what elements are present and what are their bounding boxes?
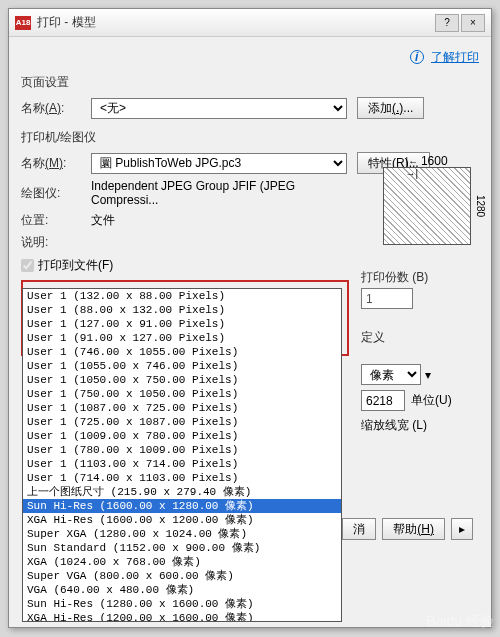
page-name-label: 名称(A):: [21, 100, 91, 117]
paper-size-option[interactable]: User 1 (750.00 x 1050.00 Pixels): [23, 387, 341, 401]
paper-size-option[interactable]: Sun Hi-Res (1600.00 x 1280.00 像素): [23, 499, 341, 513]
paper-size-option[interactable]: User 1 (88.00 x 132.00 Pixels): [23, 303, 341, 317]
paper-size-option[interactable]: User 1 (780.00 x 1009.00 Pixels): [23, 443, 341, 457]
app-icon: A18: [15, 16, 31, 30]
learn-print-link[interactable]: 了解打印: [431, 50, 479, 64]
paper-size-option[interactable]: User 1 (1055.00 x 746.00 Pixels): [23, 359, 341, 373]
paper-size-option[interactable]: VGA (640.00 x 480.00 像素): [23, 583, 341, 597]
copies-heading: 打印份数 (B): [361, 269, 485, 286]
add-page-button[interactable]: 添加(.)...: [357, 97, 424, 119]
titlebar: A18 打印 - 模型 ? ×: [9, 9, 491, 37]
paper-size-dropdown[interactable]: User 1 (132.00 x 88.00 Pixels)User 1 (88…: [22, 288, 342, 622]
learn-link-row: i 了解打印: [21, 49, 479, 66]
scale-custom-label: 定义: [361, 329, 485, 346]
paper-size-option[interactable]: User 1 (132.00 x 88.00 Pixels): [23, 289, 341, 303]
info-icon: i: [410, 50, 424, 64]
window-title: 打印 - 模型: [37, 14, 433, 31]
paper-size-option[interactable]: XGA Hi-Res (1600.00 x 1200.00 像素): [23, 513, 341, 527]
paper-size-option[interactable]: Sun Standard (1152.00 x 900.00 像素): [23, 541, 341, 555]
paper-size-option[interactable]: User 1 (1103.00 x 714.00 Pixels): [23, 457, 341, 471]
printer-name-label: 名称(M):: [21, 155, 91, 172]
location-value: 文件: [91, 212, 115, 229]
help-button-bottom[interactable]: 帮助(H): [382, 518, 445, 540]
paper-size-option[interactable]: User 1 (714.00 x 1103.00 Pixels): [23, 471, 341, 485]
printer-heading: 打印机/绘图仪: [21, 129, 479, 146]
expand-button[interactable]: ▸: [451, 518, 473, 540]
paper-preview: |← 1600 →| 1280: [383, 167, 471, 245]
paper-size-option[interactable]: User 1 (91.00 x 127.00 Pixels): [23, 331, 341, 345]
close-button[interactable]: ×: [461, 14, 485, 32]
plot-to-file-label: 打印到文件(F): [38, 257, 113, 274]
paper-size-option[interactable]: Super VGA (800.00 x 600.00 像素): [23, 569, 341, 583]
copies-input[interactable]: [361, 288, 413, 309]
scale-unit-select[interactable]: 像素: [361, 364, 421, 385]
cancel-button[interactable]: 消: [342, 518, 376, 540]
scale-value-input[interactable]: [361, 390, 405, 411]
paper-size-option[interactable]: Sun Hi-Res (1280.00 x 1600.00 像素): [23, 597, 341, 611]
paper-size-option[interactable]: User 1 (746.00 x 1055.00 Pixels): [23, 345, 341, 359]
paper-size-option[interactable]: User 1 (725.00 x 1087.00 Pixels): [23, 415, 341, 429]
paper-size-option[interactable]: User 1 (127.00 x 91.00 Pixels): [23, 317, 341, 331]
paper-size-option[interactable]: 上一个图纸尺寸 (215.90 x 279.40 像素): [23, 485, 341, 499]
right-column: 打印份数 (B) 定义 像素 ▾ 单位(U) 缩放线宽 (L): [361, 267, 485, 440]
desc-label: 说明:: [21, 234, 91, 251]
paper-size-option[interactable]: User 1 (1050.00 x 750.00 Pixels): [23, 373, 341, 387]
unit-label: 单位(U): [411, 392, 452, 409]
page-setup-heading: 页面设置: [21, 74, 479, 91]
preview-height: 1280: [475, 195, 486, 217]
paper-size-option[interactable]: XGA (1024.00 x 768.00 像素): [23, 555, 341, 569]
paper-size-option[interactable]: User 1 (1087.00 x 725.00 Pixels): [23, 401, 341, 415]
help-button[interactable]: ?: [435, 14, 459, 32]
plotter-value: Independent JPEG Group JFIF (JPEG Compre…: [91, 179, 347, 207]
plotter-label: 绘图仪:: [21, 185, 91, 202]
plot-to-file-checkbox[interactable]: [21, 259, 34, 272]
page-name-select[interactable]: <无>: [91, 98, 347, 119]
paper-size-option[interactable]: User 1 (1009.00 x 780.00 Pixels): [23, 429, 341, 443]
location-label: 位置:: [21, 212, 91, 229]
preview-width: |← 1600 →|: [406, 154, 449, 179]
lineweight-label: 缩放线宽 (L): [361, 417, 427, 434]
paper-size-option[interactable]: XGA Hi-Res (1200.00 x 1600.00 像素): [23, 611, 341, 622]
printer-name-select[interactable]: 圜 PublishToWeb JPG.pc3: [91, 153, 347, 174]
paper-size-option[interactable]: Super XGA (1280.00 x 1024.00 像素): [23, 527, 341, 541]
